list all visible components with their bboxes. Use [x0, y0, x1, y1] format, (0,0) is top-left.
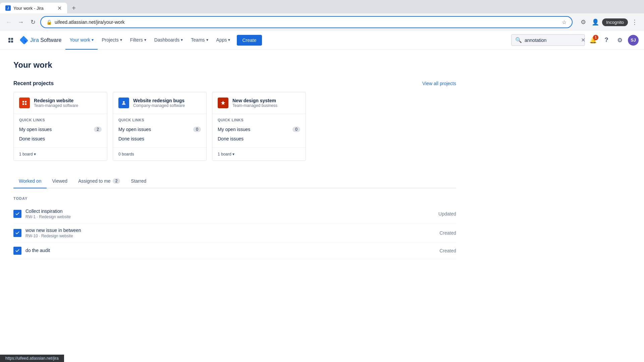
- search-clear-icon[interactable]: ✕: [581, 37, 585, 43]
- quick-link-label-2a: My open issues: [118, 127, 151, 132]
- project-info-3: New design system Team-managed business: [232, 98, 277, 108]
- project-info-1: Redesign website Team-managed software: [34, 98, 78, 108]
- url-text: uifeed.atlassian.net/jira/your-work: [55, 19, 559, 25]
- work-item-icon-3: [13, 247, 21, 255]
- nav-item-your-work[interactable]: Your work ▾: [65, 31, 98, 50]
- project-card-header-3: New design system Team-managed business: [212, 92, 306, 114]
- browser-tab-active[interactable]: J Your work - Jira ✕: [0, 3, 67, 13]
- nav-item-apps[interactable]: Apps ▾: [212, 31, 234, 50]
- work-item-action-3: Created: [439, 248, 456, 253]
- project-type-2: Company-managed software: [133, 103, 185, 108]
- quick-link-label-3b: Done issues: [218, 136, 244, 141]
- project-icon-3: [218, 98, 228, 108]
- work-item-meta-2: RW-10 · Redesign website: [25, 234, 439, 238]
- tab-worked-on[interactable]: Worked on: [13, 174, 47, 188]
- project-card-new-design-system[interactable]: New design system Team-managed business …: [212, 92, 306, 161]
- tab-assigned-to-me[interactable]: Assigned to me 2: [73, 174, 125, 188]
- tab-worked-on-label: Worked on: [19, 178, 41, 184]
- recent-projects-section: Recent projects View all projects Redesi…: [13, 80, 456, 161]
- work-item-info-3: do the audit: [25, 248, 439, 254]
- quick-link-done-issues-1[interactable]: Done issues: [19, 134, 102, 143]
- work-item-action-1: Updated: [438, 211, 456, 217]
- jira-app: Jira Software Your work ▾ Projects ▾ Fil…: [0, 31, 644, 270]
- tab-starred[interactable]: Starred: [125, 174, 152, 188]
- search-bar[interactable]: 🔍 ✕: [511, 34, 585, 46]
- work-item-3[interactable]: do the audit Created: [13, 243, 456, 259]
- jira-logo[interactable]: Jira Software: [19, 36, 61, 45]
- work-item-info-2: wow new issue in between RW-10 · Redesig…: [25, 228, 439, 238]
- browser-controls: ← → ↻ 🔒 uifeed.atlassian.net/jira/your-w…: [0, 13, 644, 31]
- project-card-footer-1: 1 board ▾: [14, 147, 107, 161]
- user-avatar[interactable]: SJ: [628, 35, 639, 46]
- nav-item-teams[interactable]: Teams ▾: [187, 31, 212, 50]
- quick-link-done-issues-3[interactable]: Done issues: [218, 134, 300, 143]
- tab-favicon: J: [5, 5, 11, 11]
- nav-item-filters-label: Filters: [130, 37, 143, 43]
- nav-item-filters[interactable]: Filters ▾: [126, 31, 150, 50]
- nav-item-teams-label: Teams: [191, 37, 205, 43]
- incognito-button[interactable]: Incognito: [602, 18, 628, 26]
- help-button[interactable]: ?: [601, 35, 612, 46]
- board-link-1[interactable]: 1 board ▾: [19, 152, 36, 157]
- create-button[interactable]: Create: [237, 35, 262, 46]
- project-card-header-1: Redesign website Team-managed software: [14, 92, 107, 114]
- work-item-1[interactable]: Collect inspiration RW-1 · Redesign webs…: [13, 204, 456, 224]
- quick-link-open-issues-2[interactable]: My open issues 0: [118, 125, 201, 134]
- jira-logo-icon: [19, 36, 28, 45]
- nav-item-filters-chevron: ▾: [144, 38, 146, 42]
- tab-close-button[interactable]: ✕: [57, 5, 62, 11]
- project-icon-2: [118, 98, 129, 108]
- notifications-button[interactable]: 🔔 1: [588, 35, 598, 46]
- extensions-button[interactable]: ⚙: [578, 17, 589, 27]
- project-card-body-1: QUICK LINKS My open issues 2 Done issues: [14, 114, 107, 147]
- svg-rect-3: [25, 103, 26, 105]
- project-card-website-redesign-bugs[interactable]: Website redesign bugs Company-managed so…: [113, 92, 207, 161]
- project-card-header-2: Website redesign bugs Company-managed so…: [113, 92, 206, 114]
- project-card-body-2: QUICK LINKS My open issues 0 Done issues: [113, 114, 206, 147]
- grid-dot-1: [8, 38, 10, 40]
- view-all-projects-link[interactable]: View all projects: [422, 81, 456, 86]
- project-card-body-3: QUICK LINKS My open issues 0 Done issues: [212, 114, 306, 147]
- apps-grid-button[interactable]: [5, 35, 16, 46]
- gear-icon: ⚙: [617, 37, 623, 44]
- work-item-icon-1: [13, 210, 21, 218]
- work-item-2[interactable]: wow new issue in between RW-10 · Redesig…: [13, 224, 456, 243]
- project-type-3: Team-managed business: [232, 103, 277, 108]
- project-card-footer-2: 0 boards: [113, 147, 206, 161]
- quick-link-open-issues-3[interactable]: My open issues 0: [218, 125, 300, 134]
- new-tab-button[interactable]: +: [68, 3, 79, 13]
- tab-assigned-to-me-badge: 2: [113, 178, 120, 184]
- incognito-label: Incognito: [606, 20, 624, 25]
- bookmark-icon[interactable]: ☆: [562, 19, 567, 25]
- tab-viewed-label: Viewed: [52, 178, 67, 184]
- address-bar[interactable]: 🔒 uifeed.atlassian.net/jira/your-work ☆: [40, 16, 573, 28]
- tab-viewed[interactable]: Viewed: [47, 174, 73, 188]
- work-item-action-2: Created: [439, 230, 456, 236]
- board-link-3[interactable]: 1 board ▾: [218, 152, 234, 157]
- svg-rect-2: [25, 101, 26, 103]
- nav-item-dashboards[interactable]: Dashboards ▾: [150, 31, 187, 50]
- grid-icon: [8, 38, 13, 43]
- work-item-meta-1: RW-1 · Redesign website: [25, 215, 438, 219]
- back-button[interactable]: ←: [4, 17, 13, 27]
- quick-link-done-issues-2[interactable]: Done issues: [118, 134, 201, 143]
- quick-links-label-2: QUICK LINKS: [118, 118, 201, 122]
- profile-button[interactable]: 👤: [590, 17, 601, 27]
- nav-item-apps-chevron: ▾: [228, 38, 230, 42]
- svg-rect-0: [22, 101, 24, 103]
- svg-point-4: [123, 101, 124, 103]
- nav-item-your-work-label: Your work: [69, 37, 90, 43]
- quick-link-open-issues-1[interactable]: My open issues 2: [19, 125, 102, 134]
- nav-item-projects[interactable]: Projects ▾: [98, 31, 126, 50]
- project-info-2: Website redesign bugs Company-managed so…: [133, 98, 185, 108]
- settings-button[interactable]: ⚙: [614, 35, 625, 46]
- board-link-2: 0 boards: [118, 152, 134, 157]
- page-title: Your work: [13, 60, 456, 70]
- project-icon-1: [19, 98, 30, 108]
- project-card-redesign-website[interactable]: Redesign website Team-managed software Q…: [13, 92, 107, 161]
- reload-button[interactable]: ↻: [28, 17, 38, 27]
- menu-button[interactable]: ⋮: [629, 17, 640, 27]
- search-input[interactable]: [525, 38, 578, 43]
- quick-link-label-1a: My open issues: [19, 127, 52, 132]
- forward-button[interactable]: →: [16, 17, 25, 27]
